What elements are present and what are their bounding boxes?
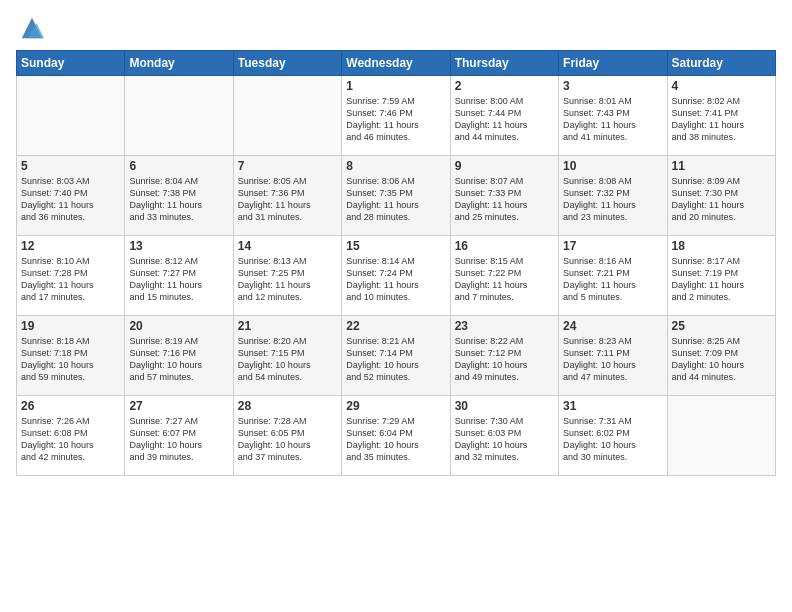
day-number: 18: [672, 239, 771, 253]
week-row-4: 19Sunrise: 8:18 AM Sunset: 7:18 PM Dayli…: [17, 316, 776, 396]
day-info: Sunrise: 8:19 AM Sunset: 7:16 PM Dayligh…: [129, 335, 228, 384]
week-row-3: 12Sunrise: 8:10 AM Sunset: 7:28 PM Dayli…: [17, 236, 776, 316]
day-info: Sunrise: 8:09 AM Sunset: 7:30 PM Dayligh…: [672, 175, 771, 224]
day-number: 30: [455, 399, 554, 413]
weekday-header-saturday: Saturday: [667, 51, 775, 76]
day-number: 6: [129, 159, 228, 173]
day-number: 14: [238, 239, 337, 253]
calendar-cell: [125, 76, 233, 156]
calendar-cell: 29Sunrise: 7:29 AM Sunset: 6:04 PM Dayli…: [342, 396, 450, 476]
week-row-1: 1Sunrise: 7:59 AM Sunset: 7:46 PM Daylig…: [17, 76, 776, 156]
day-number: 25: [672, 319, 771, 333]
day-info: Sunrise: 8:10 AM Sunset: 7:28 PM Dayligh…: [21, 255, 120, 304]
day-info: Sunrise: 8:21 AM Sunset: 7:14 PM Dayligh…: [346, 335, 445, 384]
calendar-table: SundayMondayTuesdayWednesdayThursdayFrid…: [16, 50, 776, 476]
day-number: 26: [21, 399, 120, 413]
day-info: Sunrise: 8:13 AM Sunset: 7:25 PM Dayligh…: [238, 255, 337, 304]
day-info: Sunrise: 8:04 AM Sunset: 7:38 PM Dayligh…: [129, 175, 228, 224]
page-container: SundayMondayTuesdayWednesdayThursdayFrid…: [0, 0, 792, 486]
week-row-5: 26Sunrise: 7:26 AM Sunset: 6:08 PM Dayli…: [17, 396, 776, 476]
calendar-cell: 28Sunrise: 7:28 AM Sunset: 6:05 PM Dayli…: [233, 396, 341, 476]
calendar-cell: 3Sunrise: 8:01 AM Sunset: 7:43 PM Daylig…: [559, 76, 667, 156]
day-info: Sunrise: 7:26 AM Sunset: 6:08 PM Dayligh…: [21, 415, 120, 464]
day-number: 9: [455, 159, 554, 173]
day-info: Sunrise: 8:14 AM Sunset: 7:24 PM Dayligh…: [346, 255, 445, 304]
day-number: 13: [129, 239, 228, 253]
calendar-cell: 1Sunrise: 7:59 AM Sunset: 7:46 PM Daylig…: [342, 76, 450, 156]
day-number: 3: [563, 79, 662, 93]
weekday-header-sunday: Sunday: [17, 51, 125, 76]
day-info: Sunrise: 7:28 AM Sunset: 6:05 PM Dayligh…: [238, 415, 337, 464]
day-info: Sunrise: 8:23 AM Sunset: 7:11 PM Dayligh…: [563, 335, 662, 384]
week-row-2: 5Sunrise: 8:03 AM Sunset: 7:40 PM Daylig…: [17, 156, 776, 236]
header: [16, 10, 776, 42]
day-number: 29: [346, 399, 445, 413]
day-info: Sunrise: 7:27 AM Sunset: 6:07 PM Dayligh…: [129, 415, 228, 464]
calendar-cell: 14Sunrise: 8:13 AM Sunset: 7:25 PM Dayli…: [233, 236, 341, 316]
calendar-cell: 23Sunrise: 8:22 AM Sunset: 7:12 PM Dayli…: [450, 316, 558, 396]
calendar-cell: 7Sunrise: 8:05 AM Sunset: 7:36 PM Daylig…: [233, 156, 341, 236]
day-info: Sunrise: 8:07 AM Sunset: 7:33 PM Dayligh…: [455, 175, 554, 224]
day-info: Sunrise: 8:06 AM Sunset: 7:35 PM Dayligh…: [346, 175, 445, 224]
calendar-cell: 9Sunrise: 8:07 AM Sunset: 7:33 PM Daylig…: [450, 156, 558, 236]
day-number: 12: [21, 239, 120, 253]
calendar-cell: 10Sunrise: 8:08 AM Sunset: 7:32 PM Dayli…: [559, 156, 667, 236]
day-number: 16: [455, 239, 554, 253]
day-number: 7: [238, 159, 337, 173]
day-info: Sunrise: 8:00 AM Sunset: 7:44 PM Dayligh…: [455, 95, 554, 144]
day-number: 27: [129, 399, 228, 413]
day-number: 20: [129, 319, 228, 333]
calendar-cell: 19Sunrise: 8:18 AM Sunset: 7:18 PM Dayli…: [17, 316, 125, 396]
day-info: Sunrise: 8:25 AM Sunset: 7:09 PM Dayligh…: [672, 335, 771, 384]
weekday-header-wednesday: Wednesday: [342, 51, 450, 76]
calendar-cell: [667, 396, 775, 476]
day-number: 8: [346, 159, 445, 173]
day-info: Sunrise: 8:03 AM Sunset: 7:40 PM Dayligh…: [21, 175, 120, 224]
day-info: Sunrise: 8:02 AM Sunset: 7:41 PM Dayligh…: [672, 95, 771, 144]
day-info: Sunrise: 8:08 AM Sunset: 7:32 PM Dayligh…: [563, 175, 662, 224]
day-info: Sunrise: 8:01 AM Sunset: 7:43 PM Dayligh…: [563, 95, 662, 144]
calendar-cell: 24Sunrise: 8:23 AM Sunset: 7:11 PM Dayli…: [559, 316, 667, 396]
day-number: 2: [455, 79, 554, 93]
day-number: 21: [238, 319, 337, 333]
calendar-cell: [233, 76, 341, 156]
calendar-cell: [17, 76, 125, 156]
day-number: 17: [563, 239, 662, 253]
day-info: Sunrise: 7:29 AM Sunset: 6:04 PM Dayligh…: [346, 415, 445, 464]
calendar-cell: 27Sunrise: 7:27 AM Sunset: 6:07 PM Dayli…: [125, 396, 233, 476]
calendar-cell: 17Sunrise: 8:16 AM Sunset: 7:21 PM Dayli…: [559, 236, 667, 316]
day-number: 1: [346, 79, 445, 93]
calendar-cell: 16Sunrise: 8:15 AM Sunset: 7:22 PM Dayli…: [450, 236, 558, 316]
calendar-cell: 22Sunrise: 8:21 AM Sunset: 7:14 PM Dayli…: [342, 316, 450, 396]
weekday-header-row: SundayMondayTuesdayWednesdayThursdayFrid…: [17, 51, 776, 76]
weekday-header-tuesday: Tuesday: [233, 51, 341, 76]
day-number: 28: [238, 399, 337, 413]
calendar-cell: 6Sunrise: 8:04 AM Sunset: 7:38 PM Daylig…: [125, 156, 233, 236]
day-number: 5: [21, 159, 120, 173]
calendar-cell: 13Sunrise: 8:12 AM Sunset: 7:27 PM Dayli…: [125, 236, 233, 316]
calendar-cell: 11Sunrise: 8:09 AM Sunset: 7:30 PM Dayli…: [667, 156, 775, 236]
weekday-header-friday: Friday: [559, 51, 667, 76]
day-number: 19: [21, 319, 120, 333]
day-number: 10: [563, 159, 662, 173]
day-info: Sunrise: 8:22 AM Sunset: 7:12 PM Dayligh…: [455, 335, 554, 384]
calendar-cell: 15Sunrise: 8:14 AM Sunset: 7:24 PM Dayli…: [342, 236, 450, 316]
calendar-cell: 26Sunrise: 7:26 AM Sunset: 6:08 PM Dayli…: [17, 396, 125, 476]
calendar-cell: 8Sunrise: 8:06 AM Sunset: 7:35 PM Daylig…: [342, 156, 450, 236]
calendar-cell: 2Sunrise: 8:00 AM Sunset: 7:44 PM Daylig…: [450, 76, 558, 156]
weekday-header-thursday: Thursday: [450, 51, 558, 76]
calendar-cell: 4Sunrise: 8:02 AM Sunset: 7:41 PM Daylig…: [667, 76, 775, 156]
calendar-cell: 25Sunrise: 8:25 AM Sunset: 7:09 PM Dayli…: [667, 316, 775, 396]
calendar-cell: 5Sunrise: 8:03 AM Sunset: 7:40 PM Daylig…: [17, 156, 125, 236]
calendar-cell: 30Sunrise: 7:30 AM Sunset: 6:03 PM Dayli…: [450, 396, 558, 476]
day-info: Sunrise: 8:17 AM Sunset: 7:19 PM Dayligh…: [672, 255, 771, 304]
day-number: 24: [563, 319, 662, 333]
weekday-header-monday: Monday: [125, 51, 233, 76]
day-info: Sunrise: 8:16 AM Sunset: 7:21 PM Dayligh…: [563, 255, 662, 304]
day-info: Sunrise: 7:30 AM Sunset: 6:03 PM Dayligh…: [455, 415, 554, 464]
calendar-cell: 31Sunrise: 7:31 AM Sunset: 6:02 PM Dayli…: [559, 396, 667, 476]
day-number: 11: [672, 159, 771, 173]
day-number: 31: [563, 399, 662, 413]
logo-icon: [18, 14, 46, 42]
logo: [16, 14, 46, 42]
